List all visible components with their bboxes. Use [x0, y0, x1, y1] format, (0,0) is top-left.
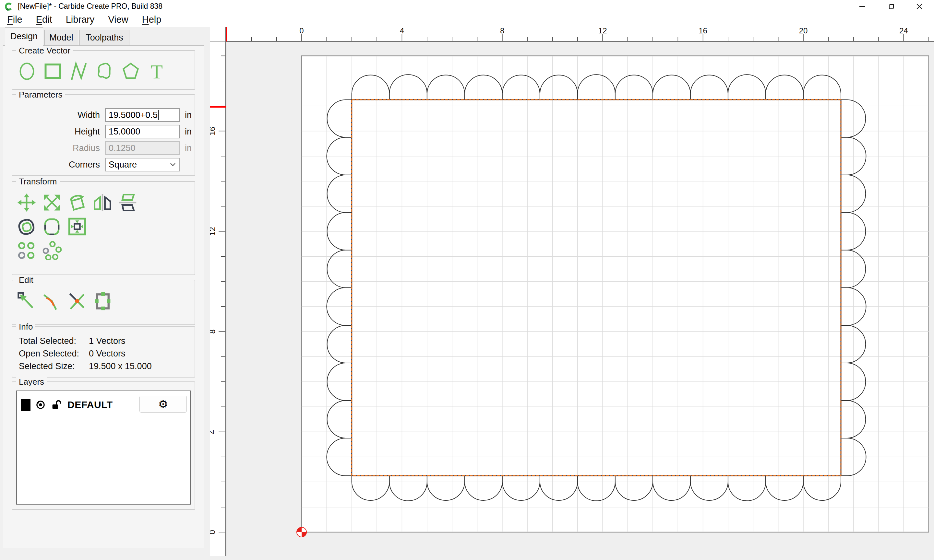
node-edit-tool-icon[interactable] — [16, 291, 37, 311]
layer-settings-button[interactable]: ⚙ — [139, 396, 187, 412]
svg-text:16: 16 — [210, 127, 217, 135]
unlock-icon[interactable] — [51, 399, 62, 411]
layer-name[interactable]: DEFAULT — [68, 399, 113, 410]
corners-label: Corners — [12, 160, 105, 170]
corners-row: Corners Square — [12, 157, 194, 173]
offset-tool-icon[interactable] — [16, 216, 37, 237]
origin-marker — [297, 527, 307, 537]
menu-file[interactable]: File — [0, 14, 29, 25]
svg-text:8: 8 — [500, 27, 504, 35]
side-panel: Design Model Toolpaths Create Vector — [0, 27, 210, 560]
circular-array-tool-icon[interactable] — [42, 240, 62, 261]
gear-icon: ⚙ — [158, 398, 168, 410]
transform-group: Transform — [12, 181, 195, 275]
close-button[interactable] — [905, 0, 934, 12]
width-unit: in — [185, 110, 192, 120]
rectangle-tool-icon[interactable] — [42, 61, 63, 82]
total-selected-row: Total Selected: 1 Vectors — [12, 336, 194, 346]
tab-design[interactable]: Design — [5, 27, 43, 46]
curve-tool-icon[interactable] — [94, 61, 116, 82]
svg-text:16: 16 — [698, 27, 707, 35]
open-selected-label: Open Selected: — [19, 349, 89, 359]
tab-model[interactable]: Model — [45, 30, 78, 46]
stock-area — [302, 56, 929, 532]
radius-row: Radius 0.1250 in — [12, 140, 194, 156]
mirror-tool-icon[interactable] — [92, 192, 113, 213]
height-label: Height — [12, 127, 105, 137]
svg-text:0: 0 — [299, 27, 304, 35]
corners-select[interactable]: Square — [105, 158, 180, 171]
scale-tool-icon[interactable] — [42, 192, 62, 213]
open-selected-value: 0 Vectors — [89, 349, 125, 359]
transform-title: Transform — [16, 177, 60, 187]
parameters-group: Parameters Width 19.5000+0.5 in Height 1… — [12, 94, 195, 176]
minimize-button[interactable] — [848, 0, 877, 12]
svg-text:12: 12 — [210, 227, 217, 235]
move-tool-icon[interactable] — [16, 192, 37, 213]
info-title: Info — [16, 322, 35, 332]
ruler-indicator-y — [210, 106, 226, 108]
svg-text:T: T — [151, 61, 163, 82]
top-ruler[interactable]: 04812162024 — [210, 27, 934, 42]
design-panel: Create Vector — [3, 45, 204, 548]
eye-icon[interactable] — [35, 399, 46, 410]
width-input[interactable]: 19.5000+0.5 — [105, 108, 180, 122]
svg-text:4: 4 — [210, 430, 217, 434]
polyline-tool-icon[interactable] — [68, 61, 89, 82]
chevron-down-icon — [170, 163, 176, 166]
width-row: Width 19.5000+0.5 in — [12, 107, 194, 123]
rotate-tool-icon[interactable] — [67, 192, 88, 213]
height-input[interactable]: 15.0000 — [105, 125, 180, 138]
round-corners-tool-icon[interactable] — [42, 216, 62, 237]
app-window: [NewFile]* - Carbide Create PRO, Build 8… — [0, 0, 934, 560]
window-title: [NewFile]* - Carbide Create PRO, Build 8… — [18, 2, 162, 11]
menu-help[interactable]: Help — [135, 14, 168, 25]
radius-label: Radius — [12, 143, 105, 153]
tab-toolpaths[interactable]: Toolpaths — [79, 30, 129, 46]
edit-title: Edit — [16, 275, 36, 285]
create-vector-group: Create Vector — [12, 50, 195, 90]
tab-bar: Design Model Toolpaths — [0, 27, 210, 46]
text-tool-icon[interactable]: T — [146, 61, 167, 82]
total-selected-value: 1 Vectors — [89, 336, 125, 346]
ellipse-tool-icon[interactable] — [16, 61, 38, 82]
fillet-tool-icon[interactable] — [42, 291, 62, 311]
create-vector-title: Create Vector — [16, 46, 73, 56]
edit-nodes-tool-icon[interactable] — [92, 291, 113, 311]
menu-view[interactable]: View — [101, 14, 135, 25]
polygon-tool-icon[interactable] — [120, 61, 142, 82]
open-selected-row: Open Selected: 0 Vectors — [12, 349, 194, 359]
layers-group: Layers — [12, 382, 195, 510]
height-row: Height 15.0000 in — [12, 123, 194, 140]
svg-text:12: 12 — [598, 27, 607, 35]
height-unit: in — [185, 127, 192, 137]
ruler-indicator-x — [226, 27, 227, 42]
selected-size-label: Selected Size: — [19, 362, 89, 371]
menu-edit[interactable]: Edit — [29, 14, 59, 25]
total-selected-label: Total Selected: — [19, 336, 89, 346]
width-label: Width — [12, 110, 105, 120]
info-group: Info Total Selected: 1 Vectors Open Sele… — [12, 326, 195, 377]
svg-text:0: 0 — [210, 530, 217, 534]
design-canvas[interactable]: 048121620240481216 — [210, 27, 934, 560]
trim-tool-icon[interactable] — [67, 291, 88, 311]
layer-list[interactable]: DEFAULT ⚙ — [16, 391, 191, 505]
title-bar: [NewFile]* - Carbide Create PRO, Build 8… — [0, 0, 934, 12]
inset-tool-icon[interactable] — [67, 216, 88, 237]
svg-text:8: 8 — [210, 329, 217, 334]
restore-button[interactable] — [877, 0, 905, 12]
grid-array-tool-icon[interactable] — [16, 240, 37, 261]
menu-library[interactable]: Library — [59, 14, 102, 25]
radius-unit: in — [185, 143, 192, 153]
radius-input: 0.1250 — [105, 141, 180, 155]
svg-text:20: 20 — [799, 27, 808, 35]
layer-row[interactable]: DEFAULT ⚙ — [17, 394, 190, 415]
app-logo-icon — [4, 2, 13, 11]
layer-color-swatch[interactable] — [21, 399, 31, 411]
selected-size-row: Selected Size: 19.500 x 15.000 — [12, 362, 194, 371]
svg-text:24: 24 — [899, 27, 908, 35]
edit-group: Edit — [12, 280, 195, 325]
flip-vertical-tool-icon[interactable] — [117, 192, 138, 213]
menu-bar: File Edit Library View Help — [0, 12, 934, 27]
selected-size-value: 19.500 x 15.000 — [89, 362, 152, 371]
